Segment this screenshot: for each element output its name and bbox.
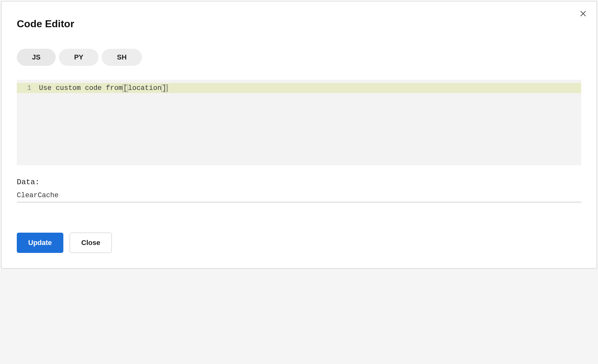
close-icon[interactable] (577, 8, 589, 19)
data-input[interactable] (17, 190, 581, 202)
bracket-open: [ (123, 85, 128, 92)
modal-footer: Update Close (17, 233, 112, 253)
tab-sh[interactable]: SH (102, 49, 142, 66)
modal-title: Code Editor (17, 18, 581, 30)
code-editor-modal: Code Editor JS PY SH 1 Use custom code f… (1, 1, 597, 268)
bracket-close: ] (162, 85, 167, 92)
language-tabs: JS PY SH (17, 49, 581, 66)
data-label: Data: (17, 178, 581, 186)
line-number: 1 (17, 84, 39, 92)
close-button[interactable]: Close (70, 233, 112, 253)
code-content: Use custom code from[location] (39, 84, 168, 92)
cursor-icon (167, 84, 168, 92)
tab-py[interactable]: PY (59, 49, 99, 66)
code-line[interactable]: 1 Use custom code from[location] (17, 83, 581, 93)
code-token: location (128, 84, 162, 92)
update-button[interactable]: Update (17, 233, 63, 253)
tab-js[interactable]: JS (17, 49, 56, 66)
code-editor[interactable]: 1 Use custom code from[location] (17, 80, 581, 165)
data-section: Data: (17, 178, 581, 202)
